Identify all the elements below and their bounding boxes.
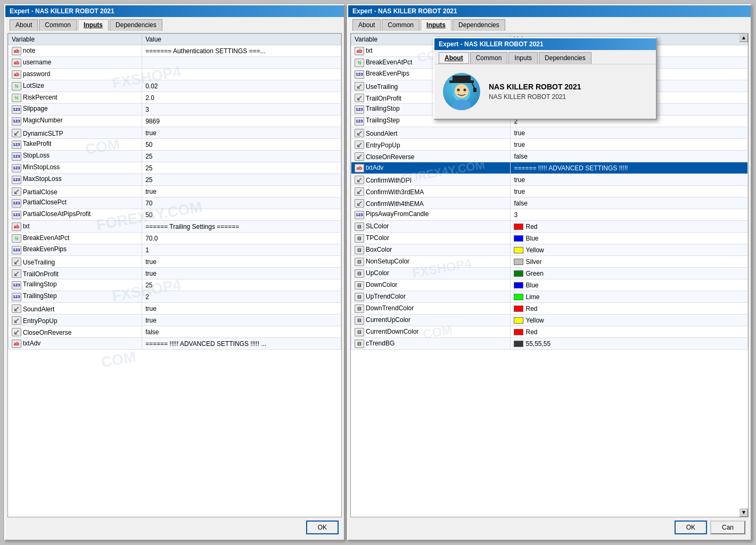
var-value-cell[interactable]: 3 [142, 104, 341, 115]
var-value-cell[interactable]: true [511, 186, 748, 197]
table-row: 123MaxStopLoss25 [9, 174, 341, 186]
scroll-up-right[interactable]: ▲ [739, 34, 748, 42]
table-row: ↙ConfirmWith4thEMAfalse [351, 197, 748, 209]
var-value-cell[interactable]: 25 [142, 174, 341, 186]
table-row: ⊟cTrendBG55,55,55 [351, 338, 748, 350]
var-value-cell[interactable]: 50 [142, 209, 341, 221]
var-value-cell[interactable]: false [511, 197, 748, 209]
var-value-cell[interactable]: true [142, 303, 341, 315]
var-value-cell[interactable]: 0.02 [142, 80, 341, 92]
var-value-cell[interactable]: ====== !!!!! ADVANCED SETTINGS !!!!! ... [142, 338, 341, 350]
var-value-cell[interactable]: 25 [142, 279, 341, 291]
var-value-cell[interactable]: 25 [142, 151, 341, 162]
table-container-left[interactable]: Variable Value abnote======= Authenticat… [7, 33, 342, 517]
cancel-button-right[interactable]: Can [710, 521, 745, 534]
svg-point-7 [464, 89, 466, 92]
table-row: ⊟CurrentUpColorYellow [351, 315, 748, 326]
var-value-cell[interactable]: true [511, 174, 748, 186]
tab-about-left[interactable]: About [10, 19, 38, 31]
var-value-cell[interactable]: true [142, 315, 341, 326]
table-row: ⊟NonSetupColorSilver [351, 256, 748, 268]
table-row: ↙CloseOnReversefalse [351, 151, 748, 162]
var-value-cell[interactable]: Red [511, 326, 748, 338]
var-value-cell[interactable]: Blue [511, 233, 748, 244]
var-name-cell: 123PartialCloseAtPipsProfit [9, 209, 142, 221]
var-name-cell: 123StopLoss [9, 151, 142, 162]
var-name-cell: ↙SoundAlert [9, 303, 142, 315]
table-row: 123MagicNumber9869 [9, 115, 341, 127]
var-name-cell: 123MagicNumber [9, 115, 142, 127]
var-value-cell[interactable]: Blue [511, 279, 748, 291]
var-value-cell[interactable]: 3 [511, 209, 748, 221]
var-value-cell[interactable]: Yellow [511, 244, 748, 256]
tab-dependencies-left[interactable]: Dependencies [110, 19, 162, 31]
var-name-cell: abnote [9, 45, 142, 57]
var-value-cell[interactable]: Green [511, 268, 748, 279]
about-tabs: About Common Inputs Dependencies [434, 50, 656, 64]
scroll-down-right[interactable]: ▼ [739, 508, 748, 517]
var-value-cell[interactable]: true [142, 268, 341, 279]
ok-button-right[interactable]: OK [675, 521, 707, 534]
table-row: ↙DynamicSLTPtrue [9, 127, 341, 139]
var-value-cell[interactable]: 2.0 [142, 92, 341, 104]
var-value-cell[interactable]: 25 [142, 162, 341, 174]
var-value-cell[interactable]: true [511, 139, 748, 151]
var-name-cell: 123MaxStopLoss [9, 174, 142, 186]
var-value-cell[interactable]: Red [511, 221, 748, 233]
var-value-cell[interactable] [142, 57, 341, 69]
var-value-cell[interactable]: true [142, 186, 341, 197]
table-row: ↙ConfirmWithDPItrue [351, 174, 748, 186]
table-row: ⊟UpColorGreen [351, 268, 748, 279]
var-value-cell[interactable]: ====== !!!!! ADVANCED SETTINGS !!!!! [511, 162, 748, 174]
var-name-cell: ↙ConfirmWith3rdEMA [351, 186, 511, 197]
table-row: 123BreakEvenPips1 [9, 244, 341, 256]
var-value-cell[interactable]: 1 [142, 244, 341, 256]
var-name-cell: ½BreakEvenAtPct [9, 233, 142, 244]
tab-dependencies-right[interactable]: Dependencies [453, 19, 505, 31]
ok-button-left[interactable]: OK [306, 521, 339, 534]
var-name-cell: abusername [9, 57, 142, 69]
var-value-cell[interactable]: Yellow [511, 315, 748, 326]
var-name-cell: 123PipsAwayFromCandle [351, 209, 511, 221]
var-value-cell[interactable]: 2 [142, 291, 341, 303]
tab-inputs-right[interactable]: Inputs [421, 19, 451, 31]
var-value-cell[interactable]: false [142, 326, 341, 338]
tab-about-right[interactable]: About [352, 19, 381, 31]
tab-common-right[interactable]: Common [382, 19, 420, 31]
tab-inputs-left[interactable]: Inputs [78, 19, 109, 31]
var-value-cell[interactable]: false [511, 151, 748, 162]
var-value-cell[interactable]: ====== Trailing Settings ====== [142, 221, 341, 233]
var-value-cell[interactable] [142, 69, 341, 80]
table-row: 123TrailingStep2 [9, 291, 341, 303]
var-name-cell: ⊟cTrendBG [351, 338, 511, 350]
var-value-cell[interactable]: 50 [142, 139, 341, 151]
var-value-cell[interactable]: 70 [142, 197, 341, 209]
var-value-cell[interactable]: true [511, 127, 748, 139]
title-text-right: Expert - NAS KILLER ROBOT 2021 [352, 7, 457, 15]
table-row: 123Slippage3 [9, 104, 341, 115]
var-value-cell[interactable]: Lime [511, 291, 748, 303]
var-name-cell: 123TakeProfit [9, 139, 142, 151]
about-content: About Common Inputs Dependencies [434, 50, 656, 119]
var-name-cell: ↙TrailOnProfit [9, 268, 142, 279]
var-name-cell: ↙CloseOnReverse [351, 151, 511, 162]
table-row: ↙UseTrailingtrue [9, 256, 341, 268]
var-value-cell[interactable]: Red [511, 303, 748, 315]
tab-about-popup[interactable]: About [439, 52, 469, 64]
var-value-cell[interactable]: 9869 [142, 115, 341, 127]
var-value-cell[interactable]: true [142, 127, 341, 139]
var-value-cell[interactable]: 55,55,55 [511, 338, 748, 350]
var-name-cell: ↙UseTrailing [9, 256, 142, 268]
var-name-cell: ↙DynamicSLTP [9, 127, 142, 139]
var-value-cell[interactable]: Silver [511, 256, 748, 268]
tab-dependencies-popup[interactable]: Dependencies [539, 52, 591, 64]
tab-inputs-popup[interactable]: Inputs [508, 52, 538, 64]
var-name-cell: ⊟TPColor [351, 233, 511, 244]
var-value-cell[interactable]: ======= Authentication SETTINGS ===... [142, 45, 341, 57]
tab-common-popup[interactable]: Common [470, 52, 508, 64]
var-value-cell[interactable]: 70.0 [142, 233, 341, 244]
tab-common-left[interactable]: Common [39, 19, 77, 31]
var-name-cell: ⊟CurrentDownColor [351, 326, 511, 338]
table-row: abtxtAdv====== !!!!! ADVANCED SETTINGS !… [351, 162, 748, 174]
var-value-cell[interactable]: true [142, 256, 341, 268]
